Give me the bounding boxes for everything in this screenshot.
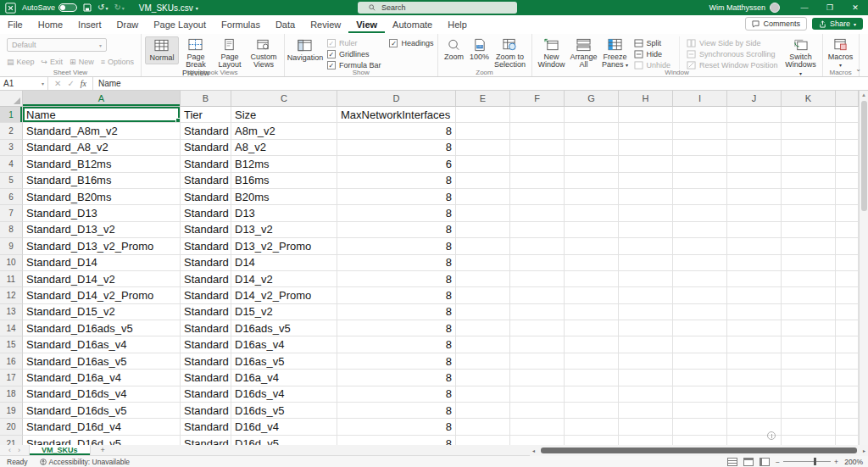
- keep-button[interactable]: ▤Keep: [7, 58, 35, 66]
- cell-C7[interactable]: D13: [231, 205, 337, 221]
- row-header-5[interactable]: 5: [0, 173, 23, 189]
- cell[interactable]: [619, 255, 673, 271]
- cell-C20[interactable]: D16d_v4: [231, 419, 337, 435]
- cell-B19[interactable]: Standard: [181, 403, 231, 419]
- cell[interactable]: [782, 336, 836, 353]
- cell-D14[interactable]: 8: [337, 320, 456, 336]
- cell[interactable]: [727, 304, 782, 320]
- cell-D8[interactable]: 8: [337, 222, 456, 238]
- cell[interactable]: [673, 386, 727, 403]
- cell[interactable]: [782, 271, 836, 287]
- cell[interactable]: [836, 436, 859, 445]
- cell[interactable]: [619, 238, 673, 254]
- cell-B14[interactable]: Standard: [181, 320, 231, 336]
- vertical-scroll-thumb[interactable]: [861, 101, 867, 211]
- cell[interactable]: [619, 336, 673, 353]
- cell[interactable]: [782, 320, 836, 336]
- cell[interactable]: [565, 123, 619, 139]
- scroll-up-icon[interactable]: ▲: [861, 91, 866, 99]
- row-header-20[interactable]: 20: [0, 419, 23, 435]
- cell[interactable]: [510, 436, 565, 445]
- restore-button[interactable]: ❐: [817, 0, 843, 15]
- normal-view-button[interactable]: Normal: [145, 36, 179, 64]
- cell[interactable]: [673, 222, 727, 238]
- tab-view[interactable]: View: [348, 17, 385, 33]
- cell[interactable]: [619, 189, 673, 205]
- scroll-right-icon[interactable]: ▸: [860, 448, 868, 453]
- cell[interactable]: [456, 419, 510, 435]
- cell[interactable]: [510, 140, 565, 156]
- select-all-corner[interactable]: [0, 91, 23, 107]
- cell[interactable]: [782, 173, 836, 189]
- tab-data[interactable]: Data: [268, 17, 303, 33]
- enter-icon[interactable]: ✓: [67, 79, 74, 88]
- sheet-tab-vm-skus[interactable]: VM_SKUs: [29, 445, 91, 455]
- cell-D21[interactable]: 8: [337, 436, 456, 445]
- name-box[interactable]: A1 ▾: [0, 77, 48, 90]
- cell[interactable]: [673, 156, 727, 172]
- cell[interactable]: [727, 370, 782, 386]
- cell[interactable]: [782, 403, 836, 419]
- cell-B9[interactable]: Standard: [181, 238, 231, 254]
- cell[interactable]: [565, 173, 619, 189]
- column-header-H[interactable]: H: [619, 91, 673, 107]
- cell[interactable]: [727, 386, 782, 403]
- cell[interactable]: [565, 140, 619, 156]
- cell[interactable]: [673, 336, 727, 353]
- ruler-checkbox[interactable]: ✓Ruler: [327, 39, 381, 47]
- cell-B20[interactable]: Standard: [181, 419, 231, 435]
- cell[interactable]: [619, 271, 673, 287]
- share-button[interactable]: Share▾: [812, 18, 863, 30]
- cell-B16[interactable]: Standard: [181, 353, 231, 370]
- cell[interactable]: [510, 353, 565, 370]
- cell[interactable]: [782, 419, 836, 435]
- row-header-3[interactable]: 3: [0, 140, 23, 156]
- insert-function-icon[interactable]: fx: [81, 79, 86, 88]
- cell[interactable]: [673, 436, 727, 445]
- view-side-by-side-button[interactable]: View Side by Side: [687, 39, 778, 47]
- cell-C6[interactable]: B20ms: [231, 189, 337, 205]
- zoom-in-icon[interactable]: +: [834, 458, 838, 466]
- cell[interactable]: [510, 255, 565, 271]
- cell[interactable]: [782, 156, 836, 172]
- cell[interactable]: [456, 403, 510, 419]
- cell[interactable]: [836, 403, 859, 419]
- row-header-2[interactable]: 2: [0, 123, 23, 139]
- cell[interactable]: [673, 255, 727, 271]
- cell[interactable]: [836, 370, 859, 386]
- cell-C13[interactable]: D15_v2: [231, 304, 337, 320]
- cell[interactable]: [673, 304, 727, 320]
- cell-D17[interactable]: 8: [337, 370, 456, 386]
- cell[interactable]: [456, 336, 510, 353]
- account-button[interactable]: Wim Matthyssen: [709, 3, 780, 13]
- cell-C2[interactable]: A8m_v2: [231, 123, 337, 139]
- tab-automate[interactable]: Automate: [385, 17, 440, 33]
- cell-B17[interactable]: Standard: [181, 370, 231, 386]
- split-button[interactable]: Split: [634, 39, 671, 47]
- row-header-17[interactable]: 17: [0, 370, 23, 386]
- gridlines-checkbox[interactable]: ✓Gridlines: [327, 50, 381, 58]
- cell[interactable]: [782, 304, 836, 320]
- cell-D7[interactable]: 8: [337, 205, 456, 221]
- cell[interactable]: [565, 107, 619, 123]
- zoom-slider-thumb[interactable]: [814, 458, 816, 465]
- cell[interactable]: [673, 205, 727, 221]
- cell[interactable]: [510, 287, 565, 303]
- cell-D10[interactable]: 8: [337, 255, 456, 271]
- cell[interactable]: [510, 386, 565, 403]
- cell-A7[interactable]: Standard_D13: [23, 205, 181, 221]
- cell[interactable]: [510, 271, 565, 287]
- cell-C15[interactable]: D16as_v4: [231, 336, 337, 353]
- cell-B2[interactable]: Standard: [181, 123, 231, 139]
- row-header-10[interactable]: 10: [0, 255, 23, 271]
- cell[interactable]: [619, 123, 673, 139]
- cell-D4[interactable]: 6: [337, 156, 456, 172]
- zoom-slider[interactable]: − +: [776, 458, 838, 466]
- autosave-switch-icon[interactable]: [58, 3, 77, 12]
- row-header-1[interactable]: 1: [0, 107, 23, 123]
- cell[interactable]: [727, 353, 782, 370]
- cell-A3[interactable]: Standard_A8_v2: [23, 140, 181, 156]
- cell-A1[interactable]: Name: [23, 107, 181, 123]
- cell[interactable]: [510, 304, 565, 320]
- cell[interactable]: [456, 287, 510, 303]
